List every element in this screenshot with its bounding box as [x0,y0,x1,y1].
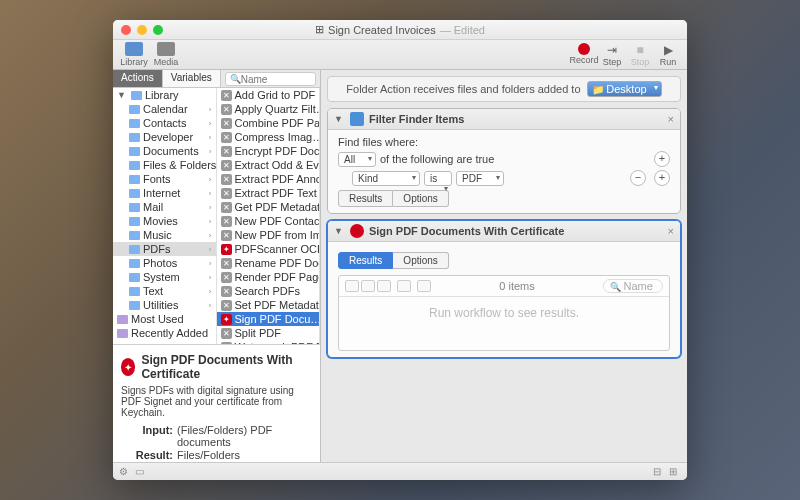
minimize-button[interactable] [137,25,147,35]
folder-action-label: Folder Action receives files and folders… [346,83,580,95]
scope-select[interactable]: All [338,152,376,167]
library-item[interactable]: Files & Folders› [113,158,216,172]
library-item[interactable]: Developer› [113,130,216,144]
library-column[interactable]: ▼LibraryCalendar›Contacts›Developer›Docu… [113,88,217,344]
library-item[interactable]: Utilities› [113,298,216,312]
action-item[interactable]: ✕Set PDF Metadata [217,298,320,312]
duration-icon[interactable]: ⊞ [669,466,681,478]
sign-action-icon [350,224,364,238]
library-item[interactable]: Documents› [113,144,216,158]
zoom-button[interactable] [153,25,163,35]
tab-actions[interactable]: Actions [113,70,163,87]
action-item[interactable]: ✦PDFScanner OCR [217,242,320,256]
record-button[interactable]: Record [571,43,597,67]
disclosure-icon[interactable]: ▼ [334,114,343,124]
library-item[interactable]: Fonts› [113,172,216,186]
close-button[interactable] [121,25,131,35]
disclosure-icon[interactable]: ▼ [334,226,343,236]
op-select[interactable]: is [424,171,452,186]
search-icon: 🔍 [230,74,241,84]
finder-icon [350,112,364,126]
library-item[interactable]: Mail› [113,200,216,214]
action-badge-icon: ✦ [121,358,135,376]
library-item[interactable]: Music› [113,228,216,242]
library-item[interactable]: System› [113,270,216,284]
action-item[interactable]: ✕Add Grid to PDF Documents [217,88,320,102]
tab-variables[interactable]: Variables [163,70,221,87]
kind-select[interactable]: Kind [352,171,420,186]
action-item[interactable]: ✦Sign PDF Docu…ts With Certificate [217,312,320,326]
action-item[interactable]: ✕Extract PDF Annotations [217,172,320,186]
library-browser: ▼LibraryCalendar›Contacts›Developer›Docu… [113,88,320,344]
workflow-canvas[interactable]: Folder Action receives files and folders… [321,70,687,462]
library-root[interactable]: ▼Library [113,88,216,102]
run-icon: ▶ [664,43,673,57]
path-button[interactable] [397,280,411,292]
action-item[interactable]: ✕Extract Odd & Even Pages [217,158,320,172]
remove-rule-button[interactable]: − [630,170,646,186]
workflow-action-filter[interactable]: ▼ Filter Finder Items × Find files where… [327,108,681,214]
search-box[interactable]: 🔍 [225,72,316,86]
workflow-action-sign[interactable]: ▼ Sign PDF Documents With Certificate × … [327,220,681,358]
step-icon: ⇥ [607,43,617,57]
step-button[interactable]: ⇥ Step [599,43,625,67]
info-description: Signs PDFs with digital signature using … [121,385,312,418]
of-true-label: of the following are true [380,153,494,165]
options-tab[interactable]: Options [393,252,448,269]
actions-column[interactable]: ✕Add Grid to PDF Documents✕Apply Quartz … [217,88,321,344]
action-item[interactable]: ✕Apply Quartz Filt…PDF Documents [217,102,320,116]
library-item[interactable]: Recently Added [113,326,216,340]
find-files-label: Find files where: [338,136,670,148]
stop-button[interactable]: ■ Stop [627,43,653,67]
doc-icon: ⊞ [315,23,324,36]
action-item[interactable]: ✕Search PDFs [217,284,320,298]
action-item[interactable]: ✕New PDF Contact Sheet [217,214,320,228]
stop-icon: ■ [636,43,643,57]
search-input[interactable] [241,74,311,85]
add-rule-button[interactable]: + [654,170,670,186]
library-item[interactable]: PDFs› [113,242,216,256]
toolbar: Library Media Record ⇥ Step ■ Stop ▶ R [113,40,687,70]
info-title: Sign PDF Documents With Certificate [141,353,312,381]
sidebar-tabs: Actions Variables 🔍 [113,70,320,88]
user-button[interactable] [417,280,431,292]
results-search[interactable]: 🔍 Name [603,279,663,293]
library-item[interactable]: Movies› [113,214,216,228]
icon-view-button[interactable] [345,280,359,292]
log-icon[interactable]: ▭ [135,466,147,478]
remove-action-button[interactable]: × [668,225,674,237]
library-item[interactable]: Most Used [113,312,216,326]
statusbar: ⚙ ▭ ⊟ ⊞ [113,462,687,480]
library-item[interactable]: Internet› [113,186,216,200]
action-item[interactable]: ✕Compress Imag…PDF Documents [217,130,320,144]
action-item[interactable]: ✕Render PDF Pages as Images [217,270,320,284]
sidebar: Actions Variables 🔍 ▼LibraryCalendar›Con… [113,70,321,462]
library-item[interactable]: Text› [113,284,216,298]
flow-icon[interactable]: ⊟ [653,466,665,478]
library-item[interactable]: Contacts› [113,116,216,130]
action-item[interactable]: ✕Get PDF Metadata [217,200,320,214]
action-item[interactable]: ✕New PDF from Images [217,228,320,242]
library-item[interactable]: Photos› [113,256,216,270]
media-button[interactable]: Media [151,42,181,67]
folder-action-target[interactable]: 📁 Desktop [587,81,662,97]
library-item[interactable]: Calendar› [113,102,216,116]
action-item[interactable]: ✕Split PDF [217,326,320,340]
run-button[interactable]: ▶ Run [655,43,681,67]
add-group-button[interactable]: + [654,151,670,167]
library-button[interactable]: Library [119,42,149,67]
gear-icon[interactable]: ⚙ [119,466,131,478]
remove-action-button[interactable]: × [668,113,674,125]
results-tab[interactable]: Results [338,252,393,269]
results-tab[interactable]: Results [338,190,393,207]
action-item[interactable]: ✕Extract PDF Text [217,186,320,200]
library-icon [125,42,143,56]
value-select[interactable]: PDF [456,171,504,186]
column-view-button[interactable] [377,280,391,292]
folder-action-config: Folder Action receives files and folders… [327,76,681,102]
action-item[interactable]: ✕Encrypt PDF Documents [217,144,320,158]
action-item[interactable]: ✕Rename PDF Documents [217,256,320,270]
list-view-button[interactable] [361,280,375,292]
action-item[interactable]: ✕Combine PDF Pages [217,116,320,130]
options-tab[interactable]: Options [393,190,448,207]
